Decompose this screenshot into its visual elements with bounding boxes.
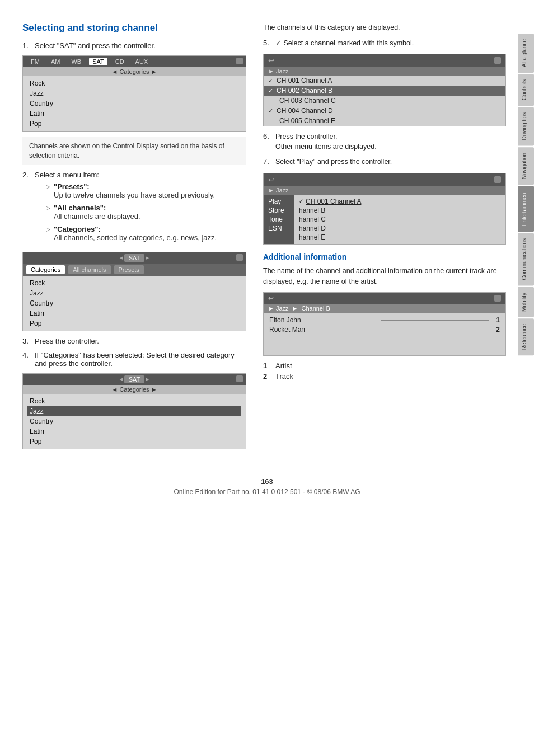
- screen-5: ↩ ► Jazz Play Store Tone ESN ✓ CH 001 Ch…: [263, 173, 506, 245]
- screen-4: ↩ ► Jazz ✓ CH 001 Channel A ✓ CH 002 Cha…: [263, 54, 506, 126]
- channel-row: hannel E: [299, 233, 501, 242]
- step-2-number: 2.: [22, 171, 31, 179]
- track-line: [381, 330, 490, 330]
- screen-2-header: ◄ SAT ►: [23, 252, 246, 264]
- main-content: Selecting and storing channel 1. Select …: [22, 22, 506, 455]
- cat-tab-presets[interactable]: Presets: [114, 265, 144, 274]
- sub-item-all-channels: ▷ "All channels": All channels are displ…: [46, 204, 246, 220]
- page-footer: 163 Online Edition for Part no. 01 41 0 …: [0, 477, 534, 513]
- check-icon: ✓: [268, 107, 273, 115]
- menu-item-play[interactable]: Play: [268, 197, 290, 206]
- legend-num-1: 1: [263, 361, 271, 370]
- sidebar-tab-entertainment[interactable]: Entertainment: [518, 186, 534, 232]
- arrow-icon: ▷: [46, 226, 50, 232]
- channel-b-label: Channel B: [301, 305, 330, 312]
- check-icon: ✓: [268, 77, 273, 84]
- artist-label: Elton John: [269, 316, 378, 324]
- tab-sat[interactable]: SAT: [89, 58, 107, 65]
- step-6: 6. Press the controller. Other menu item…: [263, 132, 506, 152]
- sub-item-categories: ▷ "Categories": All channels, sorted by …: [46, 225, 246, 242]
- tab-aux[interactable]: AUX: [132, 58, 152, 65]
- legend-item-2: 2 Track: [263, 372, 506, 381]
- step-6-number: 6.: [263, 132, 272, 152]
- screen-3-body: Rock Jazz Country Latin Pop: [23, 394, 246, 449]
- step-3: 3. Press the controller.: [22, 337, 246, 345]
- screen-1-header: FM AM WB SAT CD AUX: [23, 56, 246, 67]
- corner-icon: [494, 57, 501, 64]
- menu-item-tone[interactable]: Tone: [268, 215, 290, 224]
- sub-item-categories-content: "Categories": All channels, sorted by ca…: [54, 225, 246, 242]
- sidebar-tabs: At a glance Controls Driving tips Naviga…: [518, 34, 534, 355]
- menu-item-esn[interactable]: ESN: [268, 224, 290, 233]
- screen-2: ◄ SAT ► Categories All channels Presets …: [22, 252, 246, 331]
- sidebar-tab-driving-tips[interactable]: Driving tips: [518, 107, 534, 145]
- step-5: 5. ✓ Select a channel marked with this s…: [263, 39, 506, 49]
- track-number-2: 2: [496, 326, 500, 334]
- list-item: Pop: [27, 318, 241, 328]
- step-3-text: Press the controller.: [35, 337, 246, 345]
- sub-item-presets-content: "Presets": Up to twelve channels you hav…: [54, 182, 246, 199]
- step-6-text-1: Press the controller.: [275, 133, 337, 140]
- sub-item-all-channels-desc: All channels are displayed.: [54, 212, 246, 220]
- step-7-number: 7.: [263, 157, 272, 167]
- tab-wb[interactable]: WB: [68, 58, 85, 65]
- tab-am[interactable]: AM: [48, 58, 64, 65]
- channel-label: CH 001 Channel A: [277, 77, 332, 84]
- sat-label: SAT: [124, 254, 145, 262]
- cat-tab-categories[interactable]: Categories: [26, 265, 65, 274]
- sidebar-tab-mobility[interactable]: Mobility: [518, 287, 534, 317]
- legend-label-2: Track: [275, 372, 293, 381]
- back-icon: ↩: [268, 56, 275, 65]
- channel-label: CH 002 Channel B: [277, 87, 332, 95]
- screen-1-body: Rock Jazz Country Latin Pop: [23, 76, 246, 131]
- intro-text: The channels of this category are displa…: [263, 22, 506, 33]
- corner-icon: [236, 58, 243, 64]
- track-label: Rocket Man: [269, 326, 378, 334]
- tab-cd[interactable]: CD: [112, 58, 128, 65]
- step-1-text: Select "SAT" and press the controller.: [35, 41, 246, 50]
- sidebar-tab-reference[interactable]: Reference: [518, 318, 534, 355]
- check-icon: ✓: [299, 198, 303, 204]
- corner-icon: [494, 295, 501, 302]
- play-channels: ✓ CH 001 Channel A hannel B hannel C han…: [294, 195, 505, 244]
- check-icon: ✓: [268, 87, 273, 95]
- step-5-text: ✓ Select a channel marked with this symb…: [275, 39, 506, 49]
- jazz-label: ► Jazz: [268, 68, 289, 74]
- menu-item-store[interactable]: Store: [268, 206, 290, 215]
- screen-6-header: ↩: [264, 293, 505, 304]
- screen-1-sub-header: ◄ Categories ►: [23, 67, 246, 76]
- step-3-number: 3.: [22, 337, 31, 345]
- cat-tab-all-channels[interactable]: All channels: [68, 265, 110, 274]
- page-number: 163: [0, 477, 534, 486]
- channel-row: ✓ CH 004 Channel D: [264, 106, 505, 116]
- step-1: 1. Select "SAT" and press the controller…: [22, 41, 246, 50]
- screen-5-header: ↩: [264, 173, 505, 186]
- list-item: Jazz: [27, 288, 241, 298]
- left-column: Selecting and storing channel 1. Select …: [22, 22, 246, 455]
- list-item: Latin: [27, 109, 241, 119]
- right-column: The channels of this category are displa…: [263, 22, 506, 455]
- channel-row: ✓ CH 001 Channel A: [299, 197, 501, 206]
- step-6-text-2: Other menu items are displayed.: [275, 143, 377, 151]
- sub-item-presets-title: "Presets":: [54, 182, 90, 191]
- channel-row: CH 005 Channel E: [264, 116, 505, 126]
- tab-fm[interactable]: FM: [27, 58, 43, 65]
- screen-6-breadcrumb: ► Jazz ► Channel B: [264, 304, 505, 313]
- channel-label: CH 005 Channel E: [279, 117, 335, 125]
- sidebar-tab-at-a-glance[interactable]: At a glance: [518, 34, 534, 73]
- screen-1: FM AM WB SAT CD AUX ◄ Categories ► Rock …: [22, 55, 246, 132]
- list-item-highlighted: Jazz: [27, 406, 241, 416]
- sidebar-tab-controls[interactable]: Controls: [518, 74, 534, 106]
- legend-label-1: Artist: [275, 361, 292, 370]
- channel-row: hannel D: [299, 224, 501, 233]
- list-item: Latin: [27, 308, 241, 318]
- legend-num-2: 2: [263, 372, 271, 381]
- channel-row: CH 003 Channel C: [264, 96, 505, 106]
- sidebar-tab-communications[interactable]: Communications: [518, 233, 534, 285]
- sidebar-tab-navigation[interactable]: Navigation: [518, 147, 534, 185]
- step-4: 4. If "Categories" has been selected: Se…: [22, 351, 246, 368]
- list-item: Jazz: [27, 88, 241, 98]
- step-4-text: If "Categories" has been selected: Selec…: [35, 351, 246, 368]
- channel-label: CH 001 Channel A: [306, 198, 361, 205]
- screen-3-header: ◄ SAT ►: [23, 374, 246, 385]
